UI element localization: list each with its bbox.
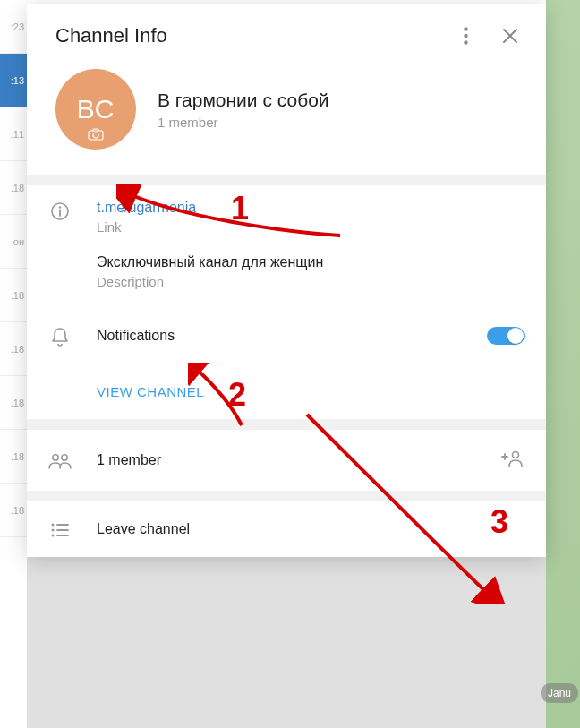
link-row[interactable]: t.me/ugarmonia Link <box>27 185 546 247</box>
channel-name: В гармонии с собой <box>158 90 329 111</box>
leave-section: Leave channel <box>27 501 546 557</box>
channel-info-panel: Channel Info ВС В гармонии с собой 1 mem… <box>27 4 546 557</box>
link-content: t.me/ugarmonia Link <box>97 200 525 235</box>
view-channel-button[interactable]: VIEW CHANNEL <box>27 366 546 419</box>
notifications-toggle[interactable] <box>487 327 525 345</box>
description-row[interactable]: Эксключивный канал для женщин Descriptio… <box>27 247 546 309</box>
bell-icon <box>48 327 72 347</box>
info-section: t.me/ugarmonia Link Эксключивный канал д… <box>27 185 546 419</box>
members-section: 1 member <box>27 430 546 491</box>
bg-chat-item: .18 <box>0 161 27 215</box>
bg-chat-item: :23 <box>0 0 27 54</box>
svg-point-12 <box>52 535 55 537</box>
members-label: 1 member <box>97 452 476 468</box>
header-actions <box>455 25 521 47</box>
leave-row[interactable]: Leave channel <box>27 501 546 557</box>
members-icon <box>48 453 72 469</box>
channel-avatar[interactable]: ВС <box>55 69 136 150</box>
description-label: Description <box>97 274 525 289</box>
more-icon[interactable] <box>455 25 476 47</box>
bg-chat-item: :11 <box>0 107 27 161</box>
svg-point-1 <box>464 34 467 38</box>
member-count: 1 member <box>158 115 329 130</box>
info-icon <box>48 201 72 221</box>
avatar-initials: ВС <box>77 94 115 124</box>
bg-chat-area <box>546 0 580 728</box>
svg-point-6 <box>59 206 61 208</box>
svg-point-9 <box>513 452 519 458</box>
bg-chat-item: .18 <box>0 430 27 484</box>
bg-chat-item: .18 <box>0 269 27 322</box>
add-member-icon[interactable] <box>501 450 525 471</box>
panel-header: Channel Info <box>27 4 546 56</box>
link-label: Link <box>97 219 525 235</box>
svg-point-11 <box>52 529 55 532</box>
close-icon[interactable] <box>499 25 521 47</box>
list-icon <box>48 523 72 537</box>
bg-chat-item: .18 <box>0 322 27 376</box>
description-value: Эксключивный канал для женщин <box>97 254 525 270</box>
camera-icon <box>88 128 104 144</box>
bg-chat-list: :23 :13 :11 .18 он .18 .18 .18 .18 .18 <box>0 0 27 728</box>
panel-title: Channel Info <box>55 24 167 47</box>
svg-point-4 <box>93 133 98 138</box>
notifications-row: Notifications <box>27 309 546 366</box>
bg-chat-item: :13 <box>0 54 27 107</box>
profile-section: ВС В гармонии с собой 1 member <box>27 56 546 175</box>
profile-text: В гармонии с собой 1 member <box>158 90 329 130</box>
bg-chat-item: он <box>0 215 27 269</box>
svg-point-0 <box>464 27 467 30</box>
svg-point-2 <box>464 40 467 44</box>
svg-point-10 <box>52 524 55 527</box>
svg-point-7 <box>53 455 58 460</box>
notifications-label: Notifications <box>97 328 462 344</box>
members-row[interactable]: 1 member <box>27 430 546 491</box>
leave-label: Leave channel <box>97 521 190 537</box>
svg-point-8 <box>62 455 67 460</box>
bg-date-pill: Janu <box>541 683 578 703</box>
bg-chat-item: .18 <box>0 376 27 430</box>
bg-chat-item: .18 <box>0 484 27 537</box>
link-value: t.me/ugarmonia <box>97 200 525 216</box>
